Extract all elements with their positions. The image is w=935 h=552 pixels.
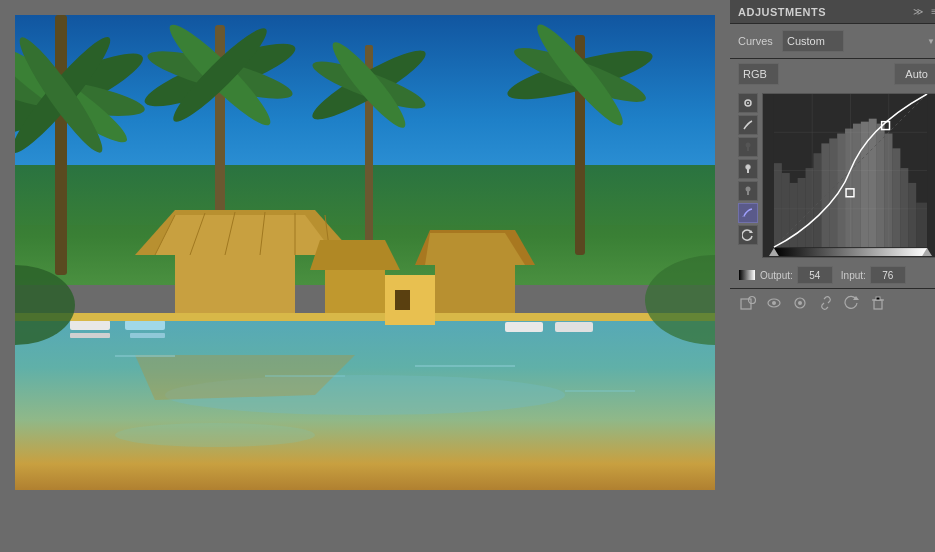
link-layers-icon[interactable] — [816, 293, 836, 313]
channel-dropdown-wrapper: RGB Red Green Blue — [738, 63, 888, 85]
svg-point-101 — [772, 301, 776, 305]
curves-preset-row: Curves Custom ▼ — [730, 24, 935, 59]
view-icon[interactable] — [764, 293, 784, 313]
svg-rect-42 — [125, 320, 165, 330]
panel-header: ADJUSTMENTS ≫ ≡ — [730, 0, 935, 24]
panel-header-icons: ≫ ≡ — [911, 4, 935, 19]
svg-rect-51 — [115, 355, 175, 357]
svg-rect-79 — [829, 138, 837, 247]
svg-rect-52 — [265, 375, 345, 377]
svg-rect-89 — [908, 183, 916, 247]
curves-label: Curves — [738, 35, 776, 47]
svg-rect-58 — [747, 147, 749, 151]
reset-curve-tool[interactable] — [738, 225, 758, 245]
output-label: Output: — [760, 270, 793, 281]
svg-rect-94 — [774, 248, 927, 256]
svg-rect-86 — [885, 134, 893, 248]
photo-container — [15, 15, 715, 490]
svg-point-56 — [747, 102, 749, 104]
auto-button[interactable]: Auto — [894, 63, 935, 85]
output-value-input[interactable] — [797, 266, 833, 284]
svg-rect-85 — [877, 124, 885, 247]
svg-rect-72 — [774, 163, 782, 247]
curves-area: ~ — [730, 89, 935, 262]
dropdown-arrow-icon: ▼ — [927, 37, 935, 46]
svg-rect-60 — [747, 169, 749, 173]
visibility-toggle-icon[interactable] — [790, 293, 810, 313]
layer-mask-icon[interactable] — [738, 293, 758, 313]
curves-preset-dropdown-wrapper: Custom ▼ — [782, 30, 935, 52]
svg-rect-44 — [505, 322, 543, 332]
svg-rect-45 — [555, 322, 593, 332]
svg-rect-87 — [892, 148, 900, 247]
svg-text:~: ~ — [742, 213, 746, 219]
svg-rect-98 — [741, 299, 751, 309]
svg-rect-80 — [837, 134, 845, 248]
svg-rect-43 — [130, 333, 165, 338]
svg-rect-46 — [15, 313, 715, 321]
input-value-input[interactable] — [870, 266, 906, 284]
panel-expand-icon[interactable]: ≫ — [911, 4, 925, 19]
svg-rect-48 — [395, 290, 410, 310]
svg-rect-41 — [70, 333, 110, 338]
input-label: Input: — [841, 270, 866, 281]
svg-rect-82 — [853, 124, 861, 247]
svg-rect-105 — [874, 300, 882, 309]
panel-bottom-icons — [730, 288, 935, 317]
svg-rect-76 — [806, 168, 814, 247]
panel-title: ADJUSTMENTS — [738, 6, 826, 18]
svg-rect-73 — [782, 173, 790, 247]
canvas-area — [0, 0, 730, 552]
gradient-icon — [738, 266, 756, 284]
svg-point-99 — [749, 297, 756, 304]
draw-curve-tool[interactable] — [738, 115, 758, 135]
svg-rect-88 — [900, 168, 908, 247]
refresh-icon[interactable] — [842, 293, 862, 313]
photo-svg — [15, 15, 715, 490]
auto-curve-tool[interactable]: ~ — [738, 203, 758, 223]
svg-rect-40 — [70, 320, 110, 330]
gray-eyedropper-tool[interactable] — [738, 181, 758, 201]
svg-rect-107 — [876, 297, 880, 300]
svg-rect-97 — [739, 270, 755, 280]
svg-point-38 — [115, 423, 315, 447]
svg-rect-81 — [845, 129, 853, 248]
svg-marker-23 — [155, 215, 335, 255]
svg-point-61 — [746, 187, 751, 192]
edit-points-tool[interactable] — [738, 93, 758, 113]
svg-rect-2 — [55, 15, 67, 275]
adjustments-panel: ADJUSTMENTS ≫ ≡ Curves Custom ▼ RGB Red — [730, 0, 935, 552]
black-eyedropper-tool[interactable] — [738, 137, 758, 157]
svg-point-57 — [746, 143, 751, 148]
svg-marker-34 — [310, 240, 400, 270]
white-eyedropper-tool[interactable] — [738, 159, 758, 179]
svg-point-59 — [746, 165, 751, 170]
svg-rect-75 — [798, 178, 806, 247]
svg-rect-62 — [747, 191, 749, 195]
output-input-row: Output: Input: — [730, 262, 935, 288]
curves-graph[interactable] — [762, 93, 935, 258]
svg-point-103 — [798, 301, 802, 305]
svg-rect-90 — [916, 203, 927, 247]
delete-icon[interactable] — [868, 293, 888, 313]
svg-rect-77 — [813, 153, 821, 247]
curves-tools: ~ — [738, 93, 758, 258]
curves-preset-dropdown[interactable]: Custom — [782, 30, 844, 52]
svg-rect-53 — [415, 365, 515, 367]
channel-dropdown[interactable]: RGB Red Green Blue — [738, 63, 779, 85]
svg-rect-54 — [565, 390, 635, 392]
panel-menu-icon[interactable]: ≡ — [929, 4, 935, 19]
rgb-auto-row: RGB Red Green Blue Auto — [730, 59, 935, 89]
right-panel-container: ADJUSTMENTS ≫ ≡ Curves Custom ▼ RGB Red — [730, 0, 935, 552]
